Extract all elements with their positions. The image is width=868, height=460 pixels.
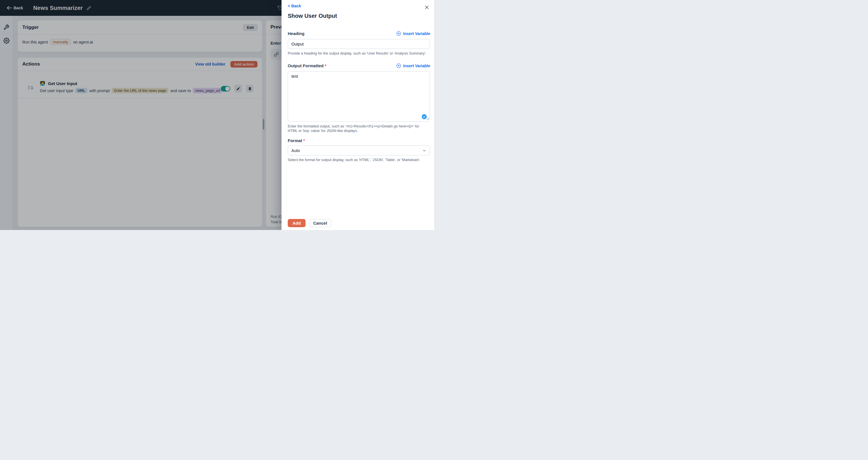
insert-variable-label: Insert Variable: [403, 31, 430, 36]
output-formatted-help-text: Enter the formatted output, such as '<h1…: [288, 124, 430, 133]
check-badge-icon: [422, 114, 427, 119]
required-asterisk: *: [303, 138, 305, 143]
format-select-value: Auto: [291, 149, 300, 153]
resize-handle-icon[interactable]: [427, 116, 429, 121]
circle-plus-icon: [396, 63, 401, 68]
show-user-output-drawer: < Back Show User Output Heading Insert V…: [281, 0, 434, 230]
output-formatted-textarea[interactable]: test: [288, 71, 430, 122]
insert-variable-button-output[interactable]: Insert Variable: [396, 63, 430, 68]
drawer-title: Show User Output: [288, 13, 430, 19]
required-asterisk: *: [325, 63, 327, 68]
drawer-back-link[interactable]: < Back: [288, 4, 301, 8]
add-button[interactable]: Add: [288, 219, 306, 227]
chevron-down-icon: [422, 149, 426, 153]
output-formatted-label-text: Output Formatted: [288, 63, 323, 68]
format-select[interactable]: Auto: [288, 145, 430, 155]
heading-input[interactable]: [288, 39, 430, 49]
output-formatted-label: Output Formatted*: [288, 63, 327, 68]
agent-builder-app: Back News Summarizer Trigger Edit: [0, 0, 434, 230]
format-label: Format*: [288, 138, 305, 143]
heading-label: Heading: [288, 31, 304, 36]
close-icon[interactable]: [424, 5, 429, 10]
insert-variable-label: Insert Variable: [403, 64, 430, 68]
heading-help-text: Provide a heading for the output display…: [288, 51, 430, 56]
circle-plus-icon: [396, 31, 401, 36]
format-help-text: Select the format for output display, su…: [288, 158, 430, 162]
insert-variable-button-heading[interactable]: Insert Variable: [396, 31, 430, 36]
format-label-text: Format: [288, 138, 302, 143]
cancel-button[interactable]: Cancel: [309, 219, 331, 227]
